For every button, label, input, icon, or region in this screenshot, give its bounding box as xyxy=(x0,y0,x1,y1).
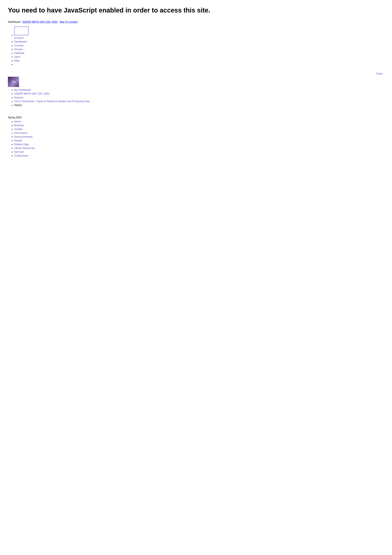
nav-item-modules: Modules xyxy=(14,124,384,127)
nav-item-announcements: Announcements xyxy=(14,135,384,138)
nav-link-library-resources[interactable]: Library Resources xyxy=(14,147,35,149)
course-breadcrumb-section: My Dashboard 2020SP-MATH-160-7225, 8252 … xyxy=(8,88,384,107)
nav-item-home: Home xyxy=(14,120,384,123)
breadcrumb-my-dashboard: My Dashboard xyxy=(14,88,384,91)
nav-item-grades: Grades xyxy=(14,128,384,131)
breadcrumb-quizzes: Quizzes xyxy=(14,96,384,99)
nav-item-empty xyxy=(14,63,384,66)
nav-link-grades[interactable]: Grades xyxy=(14,128,22,131)
nav-link-people[interactable]: People xyxy=(14,139,22,142)
nav-item-courses: Courses xyxy=(14,44,384,47)
js-warning-section: You need to have JavaScript enabled in o… xyxy=(8,6,384,14)
nav-item-account-icon[interactable]: Account xyxy=(14,27,384,39)
nav-link-account[interactable]: Account xyxy=(14,37,24,39)
course-nav-list: Home Modules Grades Discussions Announce… xyxy=(8,120,384,157)
top-breadcrumb: Dashboard 2020SP-MATH-160-7225, 8252 Ski… xyxy=(8,21,384,23)
breadcrumb-history-label: History xyxy=(14,104,22,106)
breadcrumb-separator xyxy=(21,21,21,23)
nav-link-modules[interactable]: Modules xyxy=(14,124,24,127)
nav-link-help[interactable]: Help xyxy=(14,59,19,62)
js-warning-heading: You need to have JavaScript enabled in o… xyxy=(8,6,384,14)
nav-link-home[interactable]: Home xyxy=(14,120,21,123)
nav-item-discussions: Discussions xyxy=(14,131,384,134)
breadcrumb-link-my-dashboard[interactable]: My Dashboard xyxy=(14,88,31,91)
skip-to-content-link[interactable]: Skip To Content xyxy=(60,21,78,23)
nav-link-calendar[interactable]: Calendar xyxy=(14,52,24,54)
breadcrumb-unit5: Unit 5 Checkpoint - Types of Statistical… xyxy=(14,100,384,103)
dashboard-breadcrumb-label: Dashboard xyxy=(8,21,20,23)
semester-label: Spring 2020 xyxy=(8,116,384,119)
course-avatar xyxy=(8,77,19,87)
nav-link-dashboard[interactable]: Dashboard xyxy=(14,40,27,43)
course-breadcrumb-list: My Dashboard 2020SP-MATH-160-7225, 8252 … xyxy=(8,88,384,107)
close-button[interactable]: Close xyxy=(8,72,384,75)
breadcrumb-history: History xyxy=(14,104,384,107)
course-breadcrumb-link[interactable]: 2020SP-MATH-160-7225, 8252 xyxy=(22,21,58,23)
breadcrumb-course-link: 2020SP-MATH-160-7225, 8252 xyxy=(14,92,384,95)
nav-item-calendar: Calendar xyxy=(14,52,384,55)
nav-link-nettutor[interactable]: NetTutor xyxy=(14,151,24,153)
breadcrumb-link-quizzes[interactable]: Quizzes xyxy=(14,96,23,99)
nav-link-courses[interactable]: Courses xyxy=(14,44,24,47)
nav-item-student-help: Student Help xyxy=(14,143,384,146)
global-nav-section: Account Dashboard Courses Groups Calenda… xyxy=(8,27,384,66)
nav-item-inbox: Inbox xyxy=(14,56,384,58)
breadcrumb-link-course[interactable]: 2020SP-MATH-160-7225, 8252 xyxy=(14,92,50,95)
course-nav-section: Home Modules Grades Discussions Announce… xyxy=(8,120,384,157)
course-avatar-image xyxy=(8,77,19,87)
nav-link-discussions[interactable]: Discussions xyxy=(14,131,28,134)
account-icon-box[interactable] xyxy=(14,27,29,35)
global-nav-list: Account Dashboard Courses Groups Calenda… xyxy=(8,27,384,66)
nav-link-groups[interactable]: Groups xyxy=(14,48,22,51)
nav-link-conferzoom[interactable]: ConferZoom xyxy=(14,154,28,157)
nav-link-student-help[interactable]: Student Help xyxy=(14,143,29,146)
nav-item-groups: Groups xyxy=(14,48,384,51)
nav-item-help: Help xyxy=(14,59,384,62)
spacer-2 xyxy=(8,108,384,113)
nav-item-library-resources: Library Resources xyxy=(14,147,384,150)
nav-item-dashboard: Dashboard xyxy=(14,40,384,43)
nav-item-conferzoom: ConferZoom xyxy=(14,154,384,157)
nav-item-people: People xyxy=(14,139,384,142)
nav-item-nettutor: NetTutor xyxy=(14,151,384,153)
nav-link-announcements[interactable]: Announcements xyxy=(14,135,33,138)
breadcrumb-link-unit5[interactable]: Unit 5 Checkpoint - Types of Statistical… xyxy=(14,100,90,103)
nav-link-inbox[interactable]: Inbox xyxy=(14,56,20,58)
breadcrumb-separator-2 xyxy=(58,21,59,23)
spacer-1 xyxy=(8,67,384,72)
